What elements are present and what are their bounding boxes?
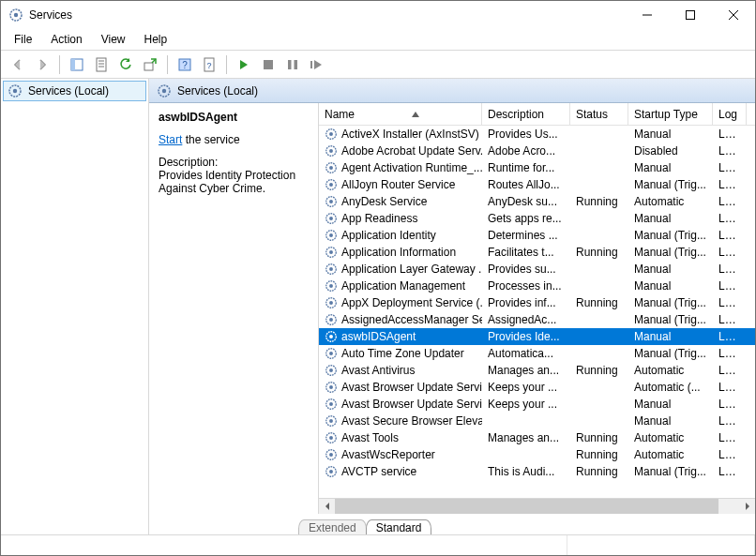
row-desc: This is Audi... xyxy=(482,465,570,478)
menu-action[interactable]: Action xyxy=(43,31,89,48)
row-name: AVCTP service xyxy=(341,465,416,478)
row-startup: Manual xyxy=(628,330,713,343)
svg-point-43 xyxy=(329,335,333,338)
row-status: Running xyxy=(570,195,628,208)
service-row[interactable]: AppX Deployment Service (... Provides in… xyxy=(319,294,755,311)
row-startup: Disabled xyxy=(628,144,713,158)
forward-button[interactable] xyxy=(31,53,53,76)
row-name-cell: Application Identity xyxy=(319,229,482,242)
svg-rect-2 xyxy=(687,11,695,20)
service-row[interactable]: Avast Antivirus Manages an... Running Au… xyxy=(319,362,755,379)
tab-extended[interactable]: Extended xyxy=(298,519,367,534)
tab-standard[interactable]: Standard xyxy=(366,519,432,534)
service-row[interactable]: Application Information Facilitates t...… xyxy=(319,244,755,261)
restart-service-button[interactable] xyxy=(306,53,328,76)
window-controls xyxy=(626,1,755,29)
back-button[interactable] xyxy=(7,53,29,76)
service-row[interactable]: Agent Activation Runtime_... Runtime for… xyxy=(319,159,755,176)
row-startup: Manual xyxy=(628,279,713,293)
service-row[interactable]: AllJoyn Router Service Routes AllJo... M… xyxy=(319,176,755,193)
row-name: Adobe Acrobat Update Serv... xyxy=(341,144,482,158)
service-row[interactable]: Avast Browser Update Servi... Keeps your… xyxy=(319,396,755,413)
pane-body: aswbIDSAgent Start the service Descripti… xyxy=(149,103,755,514)
service-icon xyxy=(325,128,338,141)
service-row[interactable]: AssignedAccessManager Se... AssignedAc..… xyxy=(319,311,755,328)
row-name: Avast Browser Update Servi... xyxy=(341,398,482,411)
service-row[interactable]: aswbIDSAgent Provides Ide... Manual Loca xyxy=(319,328,755,345)
row-desc: Provides Ide... xyxy=(482,330,570,343)
tree-pane[interactable]: Services (Local) xyxy=(1,79,149,534)
scroll-track[interactable] xyxy=(335,499,739,515)
service-row[interactable]: Avast Tools Manages an... Running Automa… xyxy=(319,429,755,446)
close-button[interactable] xyxy=(712,1,755,29)
service-row[interactable]: Avast Secure Browser Elevat... Manual Lo… xyxy=(319,413,755,429)
row-desc: Adobe Acro... xyxy=(482,144,570,158)
scroll-right-button[interactable] xyxy=(739,499,755,515)
tabs-row: Extended Standard xyxy=(149,514,755,534)
row-startup: Manual (Trig... xyxy=(628,347,713,360)
service-icon xyxy=(325,313,338,326)
service-row[interactable]: AvastWscReporter Running Automatic Loca xyxy=(319,446,755,463)
maximize-button[interactable] xyxy=(669,1,712,29)
service-row[interactable]: Application Management Processes in... M… xyxy=(319,278,755,294)
service-row[interactable]: Application Identity Determines ... Manu… xyxy=(319,227,755,244)
export-button[interactable] xyxy=(139,53,161,76)
service-icon xyxy=(325,465,338,478)
row-name: AvastWscReporter xyxy=(341,448,435,461)
service-icon xyxy=(325,212,338,225)
svg-point-49 xyxy=(329,385,333,389)
row-startup: Automatic xyxy=(628,364,713,377)
service-row[interactable]: Auto Time Zone Updater Automatica... Man… xyxy=(319,345,755,362)
svg-point-47 xyxy=(329,368,333,372)
menu-help[interactable]: Help xyxy=(137,31,175,48)
svg-point-27 xyxy=(329,200,333,203)
row-name: Agent Activation Runtime_... xyxy=(341,161,482,174)
row-logon: Loca xyxy=(713,296,747,309)
refresh-button[interactable] xyxy=(114,53,137,76)
row-name-cell: AppX Deployment Service (... xyxy=(319,296,482,309)
row-name: Auto Time Zone Updater xyxy=(341,347,464,360)
row-logon: Loca xyxy=(713,212,747,225)
row-logon: Loca xyxy=(713,448,747,461)
menu-file[interactable]: File xyxy=(7,31,39,48)
help-topics-button[interactable]: ? xyxy=(198,53,220,76)
service-row[interactable]: Avast Browser Update Servi... Keeps your… xyxy=(319,379,755,396)
svg-point-39 xyxy=(329,301,333,305)
row-startup: Manual (Trig... xyxy=(628,313,713,326)
row-name: Avast Browser Update Servi... xyxy=(341,381,482,394)
minimize-button[interactable] xyxy=(626,1,669,29)
service-row[interactable]: ActiveX Installer (AxInstSV) Provides Us… xyxy=(319,126,755,143)
scroll-thumb[interactable] xyxy=(335,499,718,515)
list-rows-wrap[interactable]: ActiveX Installer (AxInstSV) Provides Us… xyxy=(319,126,755,498)
stop-service-button[interactable] xyxy=(257,53,280,76)
col-logon[interactable]: Log xyxy=(713,103,747,125)
row-name-cell: aswbIDSAgent xyxy=(319,330,482,343)
horizontal-scrollbar[interactable] xyxy=(319,498,755,514)
service-icon xyxy=(325,229,338,242)
service-row[interactable]: Adobe Acrobat Update Serv... Adobe Acro.… xyxy=(319,143,755,159)
row-name: Avast Antivirus xyxy=(341,364,415,377)
row-name-cell: Application Information xyxy=(319,246,482,259)
tree-root-label: Services (Local) xyxy=(28,84,109,98)
tree-root-item[interactable]: Services (Local) xyxy=(3,81,146,101)
help-button[interactable]: ? xyxy=(174,53,196,76)
service-icon xyxy=(325,448,338,461)
show-hide-tree-button[interactable] xyxy=(66,53,88,76)
col-status[interactable]: Status xyxy=(570,103,628,125)
col-description[interactable]: Description xyxy=(482,103,570,125)
service-row[interactable]: App Readiness Gets apps re... Manual Loc… xyxy=(319,210,755,227)
row-desc: Automatica... xyxy=(482,347,570,360)
scroll-left-button[interactable] xyxy=(319,499,335,515)
col-startup[interactable]: Startup Type xyxy=(628,103,713,125)
row-name-cell: AVCTP service xyxy=(319,465,482,478)
menu-view[interactable]: View xyxy=(94,31,133,48)
service-row[interactable]: AnyDesk Service AnyDesk su... Running Au… xyxy=(319,193,755,210)
start-service-button[interactable] xyxy=(233,53,255,76)
start-service-link[interactable]: Start xyxy=(159,133,182,146)
properties-button[interactable] xyxy=(90,53,113,76)
service-row[interactable]: AVCTP service This is Audi... Running Ma… xyxy=(319,463,755,480)
service-icon xyxy=(325,161,338,174)
service-row[interactable]: Application Layer Gateway ... Provides s… xyxy=(319,261,755,278)
pause-service-button[interactable] xyxy=(281,53,304,76)
col-name[interactable]: Name xyxy=(319,103,482,125)
